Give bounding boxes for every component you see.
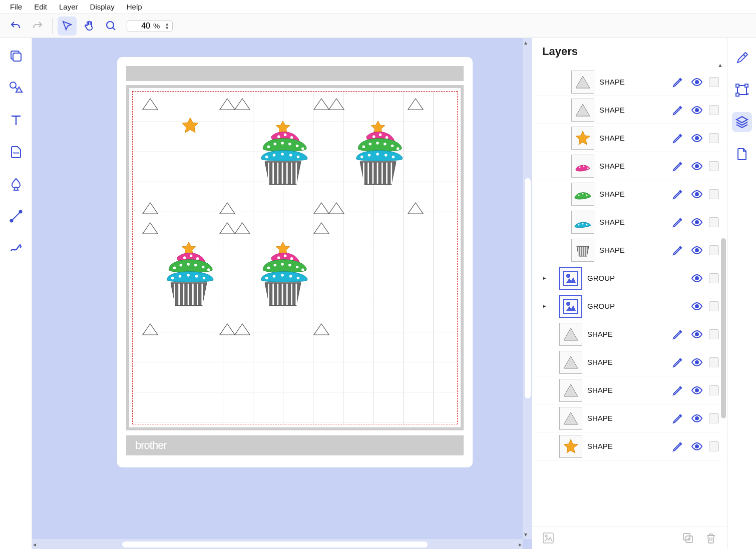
layer-lock-toggle[interactable] — [709, 133, 719, 143]
shapes-tool[interactable] — [6, 46, 26, 66]
canvas-area[interactable]: brother ▴ ▾ ◂ ▸ — [32, 38, 532, 549]
menu-file[interactable]: File — [4, 1, 28, 13]
triangle-shape[interactable] — [328, 98, 345, 111]
paint-button[interactable] — [732, 48, 752, 68]
layer-lock-toggle[interactable] — [709, 385, 719, 395]
transform-button[interactable] — [732, 80, 752, 100]
triangle-shape[interactable] — [219, 202, 236, 215]
layer-visibility-toggle[interactable] — [690, 355, 704, 369]
layer-lock-toggle[interactable] — [709, 161, 719, 171]
select-layer-button[interactable] — [541, 531, 555, 545]
triangle-shape[interactable] — [142, 202, 159, 215]
layer-lock-toggle[interactable] — [709, 105, 719, 115]
pan-tool[interactable] — [80, 17, 99, 36]
cupcake-shape[interactable] — [253, 116, 313, 206]
zoom-down[interactable]: ▼ — [165, 26, 169, 30]
layer-visibility-toggle[interactable] — [690, 411, 704, 425]
menu-edit[interactable]: Edit — [28, 1, 53, 13]
delete-layer-button[interactable] — [704, 531, 718, 545]
zoom-tool[interactable] — [102, 17, 121, 36]
layer-lock-toggle[interactable] — [709, 357, 719, 367]
layer-edit-button[interactable] — [671, 383, 685, 397]
layer-edit-button[interactable] — [671, 243, 685, 257]
draw-tool[interactable] — [6, 238, 26, 258]
cupcake-shape[interactable] — [159, 237, 219, 327]
layer-visibility-toggle[interactable] — [690, 159, 704, 173]
scroll-left-icon[interactable]: ◂ — [33, 541, 36, 548]
layer-row[interactable]: SHAPE — [536, 432, 721, 460]
layer-visibility-toggle[interactable] — [690, 383, 704, 397]
layer-row[interactable]: SHAPE — [536, 180, 721, 208]
triangle-shape[interactable] — [313, 323, 330, 336]
canvas-horizontal-scrollbar[interactable]: ◂ ▸ — [32, 539, 523, 549]
trace-tool[interactable] — [6, 78, 26, 98]
triangle-shape[interactable] — [328, 202, 345, 215]
svg-tool[interactable]: SVG — [6, 142, 26, 162]
line-tool[interactable] — [6, 206, 26, 226]
layers-button[interactable] — [732, 112, 752, 132]
layer-lock-toggle[interactable] — [709, 413, 719, 423]
layer-visibility-toggle[interactable] — [690, 439, 704, 453]
layer-edit-button[interactable] — [671, 159, 685, 173]
triangle-shape[interactable] — [142, 222, 159, 235]
duplicate-layer-button[interactable] — [681, 531, 695, 545]
scrollbar-thumb[interactable] — [525, 178, 531, 398]
triangle-shape[interactable] — [219, 222, 236, 235]
redo-button[interactable] — [28, 17, 47, 36]
layer-lock-toggle[interactable] — [709, 217, 719, 227]
layer-visibility-toggle[interactable] — [690, 243, 704, 257]
layer-lock-toggle[interactable] — [709, 441, 719, 451]
canvas-vertical-scrollbar[interactable]: ▴ ▾ — [523, 38, 532, 539]
layer-visibility-toggle[interactable] — [690, 103, 704, 117]
triangle-shape[interactable] — [313, 98, 330, 111]
layer-edit-button[interactable] — [671, 411, 685, 425]
layer-lock-toggle[interactable] — [709, 245, 719, 255]
layer-lock-toggle[interactable] — [709, 77, 719, 87]
layer-visibility-toggle[interactable] — [690, 215, 704, 229]
scrollbar-thumb[interactable] — [122, 541, 428, 547]
artboard[interactable]: brother — [117, 57, 473, 467]
layer-edit-button[interactable] — [671, 187, 685, 201]
layer-edit-button[interactable] — [671, 355, 685, 369]
layer-visibility-toggle[interactable] — [690, 187, 704, 201]
triangle-shape[interactable] — [219, 98, 236, 111]
triangle-shape[interactable] — [313, 202, 330, 215]
layer-row[interactable]: SHAPE — [536, 124, 721, 152]
scroll-up-icon[interactable]: ▴ — [524, 39, 527, 46]
layer-edit-button[interactable] — [671, 439, 685, 453]
spade-tool[interactable] — [6, 174, 26, 194]
layer-visibility-toggle[interactable] — [690, 271, 704, 285]
triangle-shape[interactable] — [142, 98, 159, 111]
triangle-shape[interactable] — [407, 202, 424, 215]
layer-row[interactable]: SHAPE — [536, 404, 721, 432]
layer-edit-button[interactable] — [671, 131, 685, 145]
layer-row[interactable]: SHAPE — [536, 152, 721, 180]
layer-edit-button[interactable] — [671, 75, 685, 89]
scroll-down-icon[interactable]: ▾ — [524, 531, 527, 538]
layer-row[interactable]: SHAPE — [536, 376, 721, 404]
menu-layer[interactable]: Layer — [53, 1, 84, 13]
triangle-shape[interactable] — [407, 98, 424, 111]
layer-row[interactable]: ▸GROUP — [536, 292, 721, 320]
menu-help[interactable]: Help — [121, 1, 148, 13]
star-shape[interactable] — [181, 117, 200, 136]
layer-row[interactable]: ▸GROUP — [536, 264, 721, 292]
triangle-shape[interactable] — [219, 323, 236, 336]
layer-row[interactable]: SHAPE — [536, 348, 721, 376]
cupcake-shape[interactable] — [253, 237, 313, 327]
layer-lock-toggle[interactable] — [709, 301, 719, 311]
zoom-input[interactable] — [130, 22, 150, 31]
layer-expand-toggle[interactable]: ▸ — [543, 275, 549, 281]
layer-edit-button[interactable] — [671, 327, 685, 341]
layer-row[interactable]: SHAPE — [536, 96, 721, 124]
layer-row[interactable]: SHAPE — [536, 68, 721, 96]
layer-visibility-toggle[interactable] — [690, 327, 704, 341]
layer-lock-toggle[interactable] — [709, 189, 719, 199]
triangle-shape[interactable] — [142, 323, 159, 336]
triangle-shape[interactable] — [313, 222, 330, 235]
triangle-shape[interactable] — [234, 98, 251, 111]
text-tool[interactable] — [6, 110, 26, 130]
layer-edit-button[interactable] — [671, 215, 685, 229]
layer-visibility-toggle[interactable] — [690, 75, 704, 89]
layer-visibility-toggle[interactable] — [690, 131, 704, 145]
